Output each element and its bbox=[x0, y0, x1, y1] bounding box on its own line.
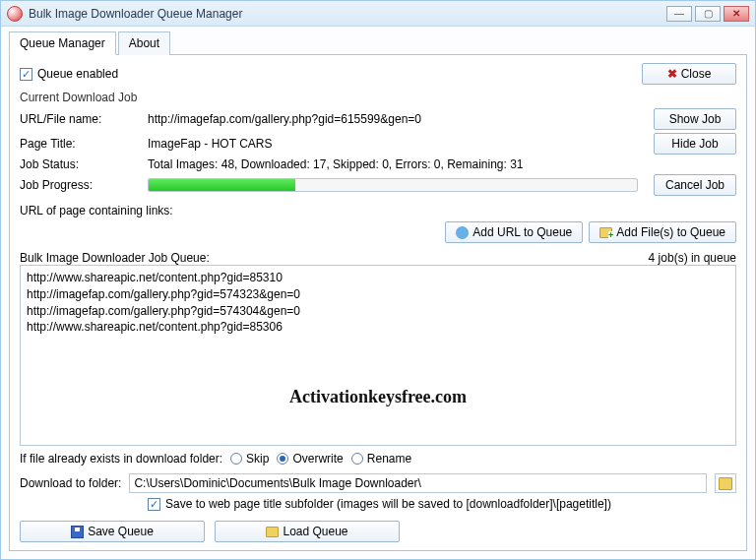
close-icon: ✖ bbox=[667, 67, 677, 81]
tab-strip: Queue Manager About bbox=[9, 31, 747, 55]
subfolder-label: Save to web page title subfolder (images… bbox=[165, 497, 611, 511]
radio-skip-label: Skip bbox=[246, 452, 269, 466]
download-folder-input[interactable] bbox=[129, 473, 707, 493]
save-queue-button[interactable]: Save Queue bbox=[20, 521, 205, 542]
radio-skip[interactable] bbox=[230, 453, 242, 465]
window-title: Bulk Image Downloader Queue Manager bbox=[29, 7, 663, 21]
queue-count: 4 job(s) in queue bbox=[649, 251, 736, 265]
radio-rename[interactable] bbox=[351, 453, 363, 465]
add-files-button[interactable]: Add File(s) to Queue bbox=[589, 221, 736, 243]
radio-overwrite[interactable] bbox=[277, 453, 288, 465]
queue-enabled-label: Queue enabled bbox=[37, 67, 118, 81]
queue-item[interactable]: http://www.shareapic.net/content.php?gid… bbox=[27, 270, 729, 286]
queue-enabled-checkbox[interactable]: ✓ bbox=[20, 68, 32, 81]
exists-label: If file already exists in download folde… bbox=[20, 452, 222, 466]
current-job-heading: Current Download Job bbox=[20, 91, 736, 104]
load-icon bbox=[266, 527, 279, 537]
progress-label: Job Progress: bbox=[20, 178, 148, 192]
url-input-label: URL of page containing links: bbox=[20, 204, 736, 218]
minimize-button[interactable]: — bbox=[666, 6, 692, 22]
status-label: Job Status: bbox=[20, 157, 148, 171]
add-url-button[interactable]: Add URL to Queue bbox=[445, 221, 583, 243]
cancel-job-button[interactable]: Cancel Job bbox=[654, 174, 736, 196]
browse-icon bbox=[719, 477, 732, 490]
close-button[interactable]: ✖ Close bbox=[642, 63, 736, 85]
queue-list-label: Bulk Image Downloader Job Queue: bbox=[20, 251, 210, 265]
queue-panel: ✓ Queue enabled ✖ Close Current Download… bbox=[9, 55, 747, 551]
save-icon bbox=[71, 526, 84, 538]
folder-add-icon bbox=[599, 227, 612, 238]
tab-about[interactable]: About bbox=[118, 31, 170, 55]
queue-item[interactable]: http://imagefap.com/gallery.php?gid=5743… bbox=[27, 286, 729, 303]
job-info-grid: URL/File name: http://imagefap.com/galle… bbox=[20, 108, 736, 196]
load-queue-button[interactable]: Load Queue bbox=[215, 521, 400, 542]
app-icon bbox=[7, 6, 23, 22]
progress-bar bbox=[148, 178, 638, 192]
show-job-button[interactable]: Show Job bbox=[654, 108, 736, 130]
url-value: http://imagefap.com/gallery.php?gid=6155… bbox=[148, 112, 638, 126]
pagetitle-label: Page Title: bbox=[20, 137, 148, 151]
status-value: Total Images: 48, Downloaded: 17, Skippe… bbox=[148, 157, 638, 171]
maximize-button[interactable]: ▢ bbox=[695, 6, 721, 22]
queue-item[interactable]: http://imagefap.com/gallery.php?gid=5743… bbox=[27, 303, 729, 320]
globe-icon bbox=[456, 226, 469, 239]
window-close-button[interactable]: ✕ bbox=[724, 6, 749, 22]
download-folder-label: Download to folder: bbox=[20, 476, 121, 490]
subfolder-checkbox[interactable]: ✓ bbox=[148, 498, 160, 511]
queue-item[interactable]: http://www.shareapic.net/content.php?gid… bbox=[27, 319, 729, 336]
pagetitle-value: ImageFap - HOT CARS bbox=[148, 137, 638, 151]
titlebar: Bulk Image Downloader Queue Manager — ▢ … bbox=[1, 1, 755, 27]
content-area: Queue Manager About ✓ Queue enabled ✖ Cl… bbox=[1, 27, 755, 559]
browse-folder-button[interactable] bbox=[715, 473, 736, 493]
queue-listbox[interactable]: http://www.shareapic.net/content.php?gid… bbox=[20, 265, 736, 446]
url-label: URL/File name: bbox=[20, 112, 148, 126]
app-window: Bulk Image Downloader Queue Manager — ▢ … bbox=[0, 0, 756, 560]
hide-job-button[interactable]: Hide Job bbox=[654, 133, 736, 155]
radio-overwrite-label: Overwrite bbox=[292, 452, 343, 466]
tab-queue-manager[interactable]: Queue Manager bbox=[9, 31, 116, 55]
radio-rename-label: Rename bbox=[367, 452, 411, 466]
